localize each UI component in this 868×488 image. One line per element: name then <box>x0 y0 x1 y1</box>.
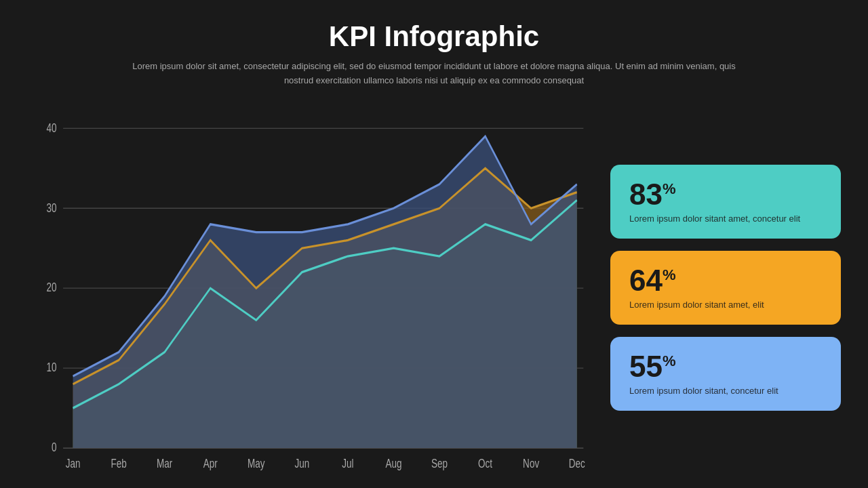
svg-text:May: May <box>248 455 265 469</box>
kpi-percent-orange: 64% <box>629 266 822 296</box>
page: KPI Infographic Lorem ipsum dolor sit am… <box>0 0 868 488</box>
svg-text:Oct: Oct <box>478 455 492 469</box>
kpi-desc-orange: Lorem ipsum dolor sitant amet, elit <box>629 300 822 310</box>
kpi-cards: 83% Lorem ipsum dolor sitant amet, conce… <box>610 102 841 474</box>
kpi-card-green: 83% Lorem ipsum dolor sitant amet, conce… <box>610 165 841 239</box>
svg-text:Jan: Jan <box>66 455 81 469</box>
page-title: KPI Infographic <box>27 20 841 53</box>
svg-text:Dec: Dec <box>569 455 585 469</box>
svg-text:Apr: Apr <box>203 455 218 469</box>
svg-text:40: 40 <box>46 120 56 134</box>
svg-text:Aug: Aug <box>385 455 401 469</box>
kpi-card-blue: 55% Lorem ipsum dolor sitant, concetur e… <box>610 337 841 411</box>
kpi-percent-green: 83% <box>629 180 822 209</box>
page-subtitle: Lorem ipsum dolor sit amet, consectetur … <box>78 60 790 88</box>
svg-text:10: 10 <box>46 360 56 373</box>
kpi-percent-blue: 55% <box>629 352 822 382</box>
svg-text:Mar: Mar <box>157 455 173 469</box>
header: KPI Infographic Lorem ipsum dolor sit am… <box>27 20 841 88</box>
kpi-desc-green: Lorem ipsum dolor sitant amet, concetur … <box>629 214 822 224</box>
kpi-desc-blue: Lorem ipsum dolor sitant, concetur elit <box>629 386 822 396</box>
line-chart: 40 30 20 10 0 Jan Feb Mar Apr May Jun Ju… <box>27 102 590 474</box>
svg-text:Nov: Nov <box>523 455 539 469</box>
svg-text:Jul: Jul <box>342 455 353 469</box>
svg-text:Sep: Sep <box>431 455 448 469</box>
svg-text:20: 20 <box>46 280 56 293</box>
chart-wrapper: 40 30 20 10 0 Jan Feb Mar Apr May Jun Ju… <box>27 102 590 474</box>
chart-area: 40 30 20 10 0 Jan Feb Mar Apr May Jun Ju… <box>27 102 590 474</box>
kpi-card-orange: 64% Lorem ipsum dolor sitant amet, elit <box>610 251 841 325</box>
content-area: 40 30 20 10 0 Jan Feb Mar Apr May Jun Ju… <box>27 102 841 474</box>
svg-text:Jun: Jun <box>294 455 309 469</box>
svg-text:0: 0 <box>52 440 57 453</box>
svg-text:30: 30 <box>46 200 56 214</box>
svg-text:Feb: Feb <box>111 455 126 469</box>
